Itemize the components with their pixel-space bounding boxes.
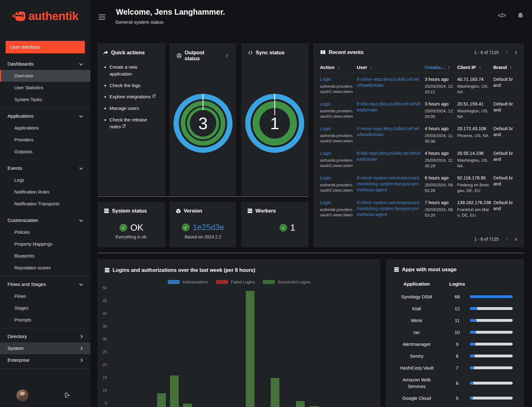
external-link-icon <box>152 94 156 98</box>
api-code-icon[interactable]: </> <box>498 12 506 19</box>
column-header-brand[interactable]: Brand↕ <box>493 65 517 70</box>
notifications-bell-icon[interactable] <box>517 12 524 19</box>
outpost-link-icon[interactable] <box>225 53 230 58</box>
outpost-status-donut: 3 <box>172 92 234 154</box>
event-relative-time: 7 hours ago <box>425 200 454 206</box>
column-header-client-ip[interactable]: Client IP↕ <box>457 65 493 70</box>
sidebar-item-applications[interactable]: Applications <box>0 122 90 134</box>
column-header-creatio[interactable]: Creatio...↑ <box>425 65 457 70</box>
workers-title: Workers <box>255 208 276 214</box>
sidebar-item-policies[interactable]: Policies <box>0 226 90 238</box>
sort-icon[interactable]: ↕ <box>479 65 481 70</box>
sidebar-group-label: Directory <box>7 334 27 339</box>
sidebar-item-property-mappings[interactable]: Property Mappings <box>0 238 90 250</box>
events-table: Action↕User↕Creatio...↑Client IP↕Brand↕L… <box>320 63 517 221</box>
table-row: Loginauthentik.providers.oauth2.views.to… <box>320 123 517 147</box>
column-header-user[interactable]: User↕ <box>357 65 425 70</box>
event-client-ip: 139.162.176.238 <box>457 200 490 206</box>
version-value-link[interactable]: 1e25d3e <box>193 223 224 232</box>
user-interface-button[interactable]: User interface <box>6 41 85 53</box>
action-cell: Loginauthentik.providers.oauth2.views.to… <box>320 76 357 95</box>
pagination-prev-icon[interactable]: ‹ <box>505 50 508 55</box>
sidebar-group-applications[interactable]: Applications <box>0 110 90 122</box>
event-user-link[interactable]: tf-mimir-system:serviceaccount:monitorin… <box>357 175 422 193</box>
app-name: Google Cloud <box>402 395 431 401</box>
sign-out-icon[interactable] <box>64 392 70 398</box>
sidebar-item-stages[interactable]: Stages <box>0 302 90 314</box>
pagination-next-icon[interactable]: › <box>515 50 517 55</box>
creation-cell: 3 hours ago25/03/2024, 12:20:12 <box>425 76 457 95</box>
event-action-link[interactable]: Login <box>320 126 331 132</box>
sidebar-group-label: Enterprise <box>7 357 30 363</box>
sidebar-group-events[interactable]: Events <box>0 162 90 174</box>
page-header: Welcome, Jens Langhammer. General system… <box>90 0 532 35</box>
divider <box>98 253 524 253</box>
sidebar-group-dashboards[interactable]: Dashboards <box>0 58 90 70</box>
sort-icon[interactable]: ↑ <box>448 65 450 70</box>
event-datetime: 25/03/2024, 12:20:05 <box>425 108 454 119</box>
sidebar-item-outposts[interactable]: Outposts <box>0 146 90 158</box>
column-header-label: Action <box>320 65 335 70</box>
event-user-link[interactable]: tf-mimir-repo:BeryJu/k8s:ref:refs/heads/… <box>357 76 422 88</box>
sort-icon[interactable]: ↕ <box>370 65 372 70</box>
event-context: authentik.providers.oauth2.views.token <box>320 84 354 94</box>
event-action-link[interactable]: Login <box>320 200 331 206</box>
event-geo: Freiburg im Breisgau, DE, EU <box>457 182 490 193</box>
table-row: Loginauthentik.providers.oauth2.views.to… <box>320 98 517 123</box>
sidebar-item-flows[interactable]: Flows <box>0 290 90 302</box>
quick-action-check-the-release-notes[interactable]: Check the release notes <box>109 116 160 130</box>
event-user-link[interactable]: tf-loki-repo:BeryJu/k8s:ref:refs/heads/m… <box>357 150 422 162</box>
logins-chart-card: Logins and authorizations over the last … <box>98 259 380 407</box>
sidebar-group-system[interactable]: System <box>0 342 90 354</box>
sidebar-item-notification-rules[interactable]: Notification Rules <box>0 186 90 198</box>
sidebar-item-system-tasks[interactable]: System Tasks <box>0 94 90 105</box>
sidebar-item-user-statistics[interactable]: User Statistics <box>0 82 90 94</box>
quick-action-explore-integrations[interactable]: Explore integrations <box>109 93 160 100</box>
sidebar-item-logs[interactable]: Logs <box>0 174 90 186</box>
sidebar-group-customization[interactable]: Customization <box>0 214 90 226</box>
event-user-link[interactable]: tf-mimir-system:serviceaccount:monitorin… <box>357 200 422 218</box>
hamburger-menu-icon[interactable] <box>99 14 105 21</box>
sort-icon[interactable]: ↕ <box>510 65 512 70</box>
app-usage-bar-fill <box>470 331 476 334</box>
quick-actions-card: Quick actions Create a new applicationCh… <box>98 43 165 195</box>
sidebar-footer <box>0 389 90 403</box>
quick-action-check-the-logs[interactable]: Check the logs <box>109 82 160 89</box>
event-action-link[interactable]: Login <box>320 175 331 181</box>
sidebar-item-overview[interactable]: Overview <box>0 70 90 82</box>
sort-icon[interactable]: ↕ <box>338 65 340 70</box>
sidebar-group-enterprise[interactable]: Enterprise <box>0 354 90 366</box>
apps-usage-title: Apps with most usage <box>402 267 457 272</box>
sidebar-group-directory[interactable]: Directory <box>0 331 90 342</box>
brand-cell: Default brand <box>493 76 517 95</box>
quick-action-label: Check the logs <box>109 83 140 88</box>
event-context: authentik.providers.oauth2.views.token <box>320 109 354 119</box>
user-cell: tf-mimir-repo:BeryJu/k8s:ref:refs/heads/… <box>357 76 425 95</box>
sidebar-divider <box>0 212 90 212</box>
sidebar-item-notification-transports[interactable]: Notification Transports <box>0 198 90 210</box>
event-user-link[interactable]: tf-loki-repo:BeryJu/k8s:ref:refs/heads/m… <box>357 101 422 113</box>
outpost-status-value: 3 <box>198 114 208 133</box>
server-stack-icon <box>104 208 109 213</box>
quick-action-manage-users[interactable]: Manage users <box>109 105 160 112</box>
event-action-link[interactable]: Login <box>320 101 331 107</box>
chart-plot: 5101520253035404550 <box>98 259 380 407</box>
sidebar-item-reputation-scores[interactable]: Reputation scores <box>0 262 90 274</box>
authentik-logo[interactable]: authentik <box>0 0 90 32</box>
column-header-action[interactable]: Action↕ <box>320 65 357 70</box>
chart-bar <box>183 404 192 407</box>
quick-action-create-a-new-application[interactable]: Create a new application <box>109 64 160 77</box>
event-action-link[interactable]: Login <box>320 76 331 82</box>
sidebar-item-providers[interactable]: Providers <box>0 134 90 146</box>
user-cell: tf-mimir-repo:BeryJu/k8s:ref:refs/heads/… <box>357 126 425 144</box>
column-header-label: Client IP <box>457 65 476 70</box>
event-action-link[interactable]: Login <box>320 150 331 156</box>
pagination-next-icon[interactable]: › <box>515 237 517 241</box>
sidebar-item-prompts[interactable]: Prompts <box>0 314 90 326</box>
system-status-card: System status ✓ OK Everything is ok. <box>98 202 165 247</box>
pagination-prev-icon[interactable]: ‹ <box>505 237 508 241</box>
sidebar-group-flows-and-stages[interactable]: Flows and Stages <box>0 278 90 290</box>
event-user-link[interactable]: tf-mimir-repo:BeryJu/k8s:ref:refs/heads/… <box>357 126 422 138</box>
user-avatar[interactable] <box>17 390 28 401</box>
sidebar-item-blueprints[interactable]: Blueprints <box>0 250 90 262</box>
